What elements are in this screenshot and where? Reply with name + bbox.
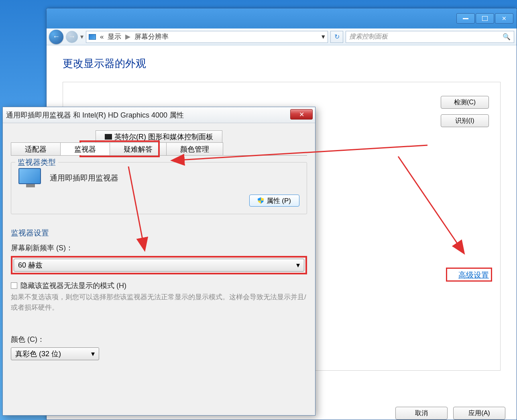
monitor-properties-dialog: 通用即插即用监视器 和 Intel(R) HD Graphics 4000 属性… xyxy=(2,107,315,416)
refresh-rate-value: 60 赫兹 xyxy=(18,260,43,270)
search-placeholder: 搜索控制面板 xyxy=(349,32,388,41)
breadcrumb-chevron: « xyxy=(100,33,104,41)
nav-forward-button[interactable]: → xyxy=(66,31,78,43)
color-dropdown[interactable]: 真彩色 (32 位) ▾ xyxy=(11,347,99,360)
shield-icon xyxy=(258,197,264,204)
refresh-rate-label: 屏幕刷新频率 (S)： xyxy=(11,243,307,253)
breadcrumb-separator: ▶ xyxy=(125,32,130,41)
search-icon: 🔍 xyxy=(503,33,511,41)
maximize-icon xyxy=(482,16,488,21)
tab-intel-graphics[interactable]: 英特尔(R) 图形和媒体控制面板 xyxy=(96,130,222,142)
color-value: 真彩色 (32 位) xyxy=(15,349,61,359)
tab-troubleshoot[interactable]: 疑难解答 xyxy=(110,142,167,155)
forward-arrow-icon: → xyxy=(68,32,75,41)
close-icon: ✕ xyxy=(502,15,507,22)
breadcrumb-level1[interactable]: 显示 xyxy=(108,32,121,41)
nav-dropdown-icon[interactable]: ▾ xyxy=(80,33,83,41)
highlight-advanced xyxy=(446,268,492,282)
tab-monitor[interactable]: 监视器 xyxy=(60,142,110,155)
dropdown-arrow-icon: ▾ xyxy=(296,261,300,270)
detect-button[interactable]: 检测(C) xyxy=(441,96,489,109)
nav-back-button[interactable]: ← xyxy=(49,30,63,44)
monitor-icon xyxy=(18,168,43,188)
page-title: 更改显示器的外观 xyxy=(63,57,501,71)
monitor-settings-title: 监视器设置 xyxy=(11,228,307,238)
properties-btn-label: 属性 (P) xyxy=(267,196,291,205)
display-icon xyxy=(89,34,96,40)
refresh-rate-dropdown[interactable]: 60 赫兹 ▾ xyxy=(14,259,304,272)
monitor-type-group: 监视器类型 通用即插即用监视器 属性 (P) xyxy=(11,162,307,214)
tab-color-management[interactable]: 颜色管理 xyxy=(166,142,223,155)
minimize-icon xyxy=(463,18,468,19)
dropdown-arrow-icon: ▾ xyxy=(91,349,95,358)
breadcrumb-level2[interactable]: 屏幕分辨率 xyxy=(134,32,169,41)
hide-modes-label: 隐藏该监视器无法显示的模式 (H) xyxy=(20,281,126,290)
tab-intel-label: 英特尔(R) 图形和媒体控制面板 xyxy=(114,132,213,142)
close-button[interactable]: ✕ xyxy=(495,13,513,24)
minimize-button[interactable] xyxy=(456,13,475,24)
hide-modes-hint: 如果不复选该项，则您可以选择那些该监视器无法正常显示的显示模式。这样会导致无法显… xyxy=(11,292,307,312)
refresh-icon: ↻ xyxy=(334,33,340,41)
tab-adapter[interactable]: 适配器 xyxy=(11,142,61,155)
dialog-title: 通用即插即用监视器 和 Intel(R) HD Graphics 4000 属性 xyxy=(6,110,184,120)
hide-modes-checkbox-row[interactable]: 隐藏该监视器无法显示的模式 (H) xyxy=(11,281,307,290)
monitor-type-title: 监视器类型 xyxy=(15,157,58,168)
address-dropdown-icon[interactable]: ▾ xyxy=(322,32,325,41)
svg-rect-0 xyxy=(463,18,468,19)
identify-button[interactable]: 识别(I) xyxy=(441,114,489,127)
apply-button[interactable]: 应用(A) xyxy=(453,407,505,420)
hide-modes-checkbox[interactable] xyxy=(11,282,17,289)
refresh-button[interactable]: ↻ xyxy=(330,31,343,43)
intel-icon xyxy=(105,134,112,140)
search-input[interactable]: 搜索控制面板 🔍 xyxy=(346,31,514,43)
dialog-titlebar: 通用即插即用监视器 和 Intel(R) HD Graphics 4000 属性… xyxy=(3,107,315,123)
monitor-settings-group: 监视器设置 屏幕刷新频率 (S)： 60 赫兹 ▾ 隐藏该监视器无法显示的模式 … xyxy=(11,222,307,367)
svg-rect-1 xyxy=(482,16,488,21)
navigation-bar: ← → ▾ « 显示 ▶ 屏幕分辨率 ▾ ↻ 搜索控制面板 🔍 xyxy=(47,28,517,45)
maximize-button[interactable] xyxy=(476,13,494,24)
address-bar[interactable]: « 显示 ▶ 屏幕分辨率 ▾ xyxy=(86,31,328,43)
dialog-close-button[interactable]: ✕ xyxy=(290,109,313,120)
color-label: 颜色 (C)： xyxy=(11,335,307,344)
monitor-properties-button[interactable]: 属性 (P) xyxy=(249,195,299,207)
close-x-icon: ✕ xyxy=(299,111,304,118)
titlebar: ✕ xyxy=(47,8,517,28)
cancel-button[interactable]: 取消 xyxy=(395,407,448,420)
highlight-refresh-dropdown: 60 赫兹 ▾ xyxy=(11,256,307,274)
monitor-name: 通用即插即用监视器 xyxy=(50,173,118,183)
back-arrow-icon: ← xyxy=(53,32,60,41)
